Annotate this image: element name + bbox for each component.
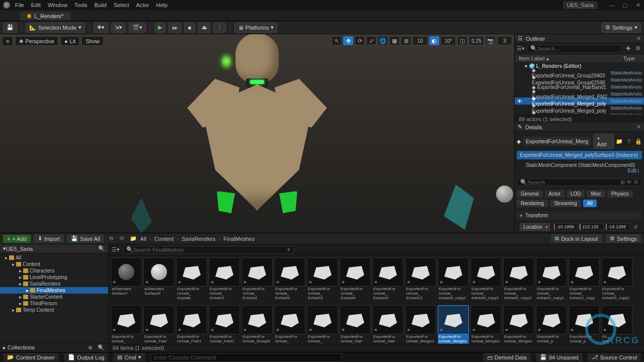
- save-button[interactable]: 💾: [3, 23, 17, 33]
- asset-tile[interactable]: ★ExportedForUnreal_Extract2: [242, 257, 273, 304]
- reset-icon[interactable]: ↺: [631, 223, 639, 231]
- details-search[interactable]: 🔍 Search ⊞ 👁 ⚙: [517, 178, 642, 186]
- crumb[interactable]: SariaRenders: [182, 236, 215, 242]
- settings-dropdown[interactable]: ⚙ Settings ▾: [602, 23, 641, 33]
- source-panel-header[interactable]: ▾ UE5_Saria🔍: [0, 244, 108, 253]
- transform-section[interactable]: Transform: [517, 211, 642, 220]
- asset-tile[interactable]: ★ExportedForUnreal_Extract3: [307, 257, 338, 304]
- details-tab[interactable]: ✎ Details ✕: [515, 123, 644, 132]
- unsaved-button[interactable]: 💾 84 Unsaved: [536, 353, 583, 361]
- scale-tool-icon[interactable]: ⤢: [366, 36, 376, 45]
- asset-tile[interactable]: ★ExportedForUnreal_Feet1: [176, 305, 207, 344]
- cb-filter-icon[interactable]: ☰▾: [112, 246, 120, 254]
- viewport-lit[interactable]: ● Lit: [60, 36, 79, 46]
- details-filter-tab[interactable]: Streaming: [550, 200, 581, 207]
- location-dropdown[interactable]: Location: [520, 223, 550, 231]
- skip-button[interactable]: ⏭: [169, 23, 181, 33]
- asset-tile[interactable]: ★ExUnr: [601, 305, 632, 344]
- asset-tile[interactable]: ★ExportedForUnreal_extract1_copy1: [536, 257, 567, 304]
- crumb-all[interactable]: All: [140, 236, 146, 242]
- folder-row[interactable]: ▸ Characters: [0, 267, 108, 274]
- level-viewport[interactable]: ≡ ◈ Perspective ● Lit Show ↖ ✥ ⟳ ⤢ 🌐 ▦ ⊞…: [0, 34, 514, 233]
- folder-row[interactable]: ▸ FinalMeshes: [0, 287, 108, 294]
- viewport-perspective[interactable]: ◈ Perspective: [15, 36, 58, 46]
- asset-tile[interactable]: ★ExportedForUnreal_Group6: [242, 305, 273, 344]
- folder-row[interactable]: ▸ StarterContent: [0, 294, 108, 300]
- details-filter-tab[interactable]: Rendering: [517, 200, 548, 207]
- menu-tools[interactable]: Tools: [74, 2, 88, 8]
- dock-button[interactable]: ⧉ Dock in Layout: [551, 234, 602, 243]
- level-tab[interactable]: L_Renders*: [20, 12, 70, 21]
- scale-snap-value[interactable]: 0.25: [469, 36, 484, 45]
- content-drawer-button[interactable]: 📂 Content Drawer: [3, 353, 59, 361]
- help-icon[interactable]: ?: [625, 137, 632, 145]
- asset-tile[interactable]: ★ExportedForUnreal_Extract4: [372, 257, 404, 304]
- asset-tile[interactable]: ★ExportedForUnreal_extract2_copy1: [601, 257, 632, 304]
- collections-toggle[interactable]: ▸ Collections: [3, 344, 35, 351]
- add-component-button[interactable]: + Add: [593, 134, 613, 149]
- source-control-button[interactable]: ⎇ Source Control: [588, 353, 641, 361]
- asset-tile[interactable]: ★ExportedForUnreal_extract0_copy2: [470, 257, 502, 304]
- outliner-search[interactable]: 🔍 Search...: [527, 45, 622, 53]
- asset-tile[interactable]: ★ExportedForUnreal_Feet1: [209, 305, 240, 344]
- asset-tile[interactable]: ★ExportedForUnreal_pCube28: [536, 305, 567, 344]
- details-filter-tab[interactable]: General: [517, 190, 543, 198]
- asset-tile[interactable]: ★ExportedForUnreal_extract1_copy: [569, 257, 600, 304]
- asset-tile[interactable]: ★aiStandardSurface8: [143, 257, 175, 304]
- location-y[interactable]: 212.132: [580, 223, 603, 230]
- details-filter-tab[interactable]: All: [583, 200, 597, 207]
- asset-tile[interactable]: ★ExportedForUnreal_Merged_PM3D_: [405, 305, 436, 344]
- eject-button[interactable]: ⏏: [198, 23, 210, 33]
- editor-mode-dropdown[interactable]: 📐 Selection Mode ▾: [26, 23, 85, 33]
- rotate-tool-icon[interactable]: ⟳: [355, 36, 365, 45]
- actor-name-field[interactable]: ExportedForUnreal_Merg: [523, 137, 591, 146]
- crumb[interactable]: FinalMeshes: [223, 236, 255, 242]
- angle-snap-value[interactable]: 10°: [441, 36, 456, 45]
- filter-icon[interactable]: ☰▾: [517, 45, 525, 53]
- folder-row[interactable]: ▸ Temp Content: [0, 307, 108, 313]
- lock-icon[interactable]: 🔒: [634, 137, 642, 145]
- camera-speed-icon[interactable]: 📷: [486, 36, 496, 45]
- cinematics-button[interactable]: 🎬▾: [129, 23, 146, 33]
- history-back-icon[interactable]: ⟲: [107, 235, 115, 243]
- outliner-tab[interactable]: ☰ Outliner ✕: [515, 34, 644, 43]
- add-content-button[interactable]: ✚▾: [94, 23, 108, 33]
- marketplace-button[interactable]: ⇲▾: [111, 23, 126, 33]
- translate-tool-icon[interactable]: ✥: [343, 36, 353, 45]
- close-button[interactable]: ✕: [635, 2, 641, 9]
- asset-tile[interactable]: ★ExportedForUnreal_Extract1: [209, 257, 240, 304]
- select-tool-icon[interactable]: ↖: [332, 36, 342, 45]
- details-filter-tab[interactable]: LOD: [567, 190, 585, 198]
- close-icon[interactable]: ✕: [636, 35, 641, 42]
- asset-tile[interactable]: ★ExportedForUnreal_Hair: [340, 305, 371, 344]
- stop-button[interactable]: ■: [184, 23, 195, 33]
- asset-tile[interactable]: ★ExportedForUnreal_Feet: [143, 305, 175, 344]
- column-type[interactable]: Type: [623, 55, 640, 61]
- asset-tile[interactable]: ★ExportedForUnreal_crystals: [176, 257, 207, 304]
- console-input[interactable]: Enter Console Command: [150, 353, 342, 362]
- menu-help[interactable]: Help: [156, 2, 168, 8]
- component-root[interactable]: ExportedForUnreal_Merged_polySurface3 (I…: [517, 151, 642, 159]
- column-item[interactable]: Item Label: [519, 55, 544, 61]
- asset-tile[interactable]: ★ExportedForUnreal_extract2_copy: [111, 305, 142, 344]
- scale-snap-icon[interactable]: ◫: [457, 36, 467, 45]
- surface-snap-icon[interactable]: ▦: [389, 36, 399, 45]
- cb-add-button[interactable]: + + Add: [3, 235, 31, 243]
- asset-tile[interactable]: ★ExportedForUnreal_extract0_copy1: [438, 257, 469, 304]
- derived-data-button[interactable]: 🗃 Derived Data: [483, 353, 531, 361]
- folder-row[interactable]: ▸ LevelPrototyping: [0, 274, 108, 281]
- grid-snap-icon[interactable]: ⊞: [401, 36, 411, 45]
- asset-tile[interactable]: ★ExportedForUnreal_Group29403: [274, 305, 305, 344]
- folder-row[interactable]: ▸ SariaRenders: [0, 281, 108, 287]
- asset-tile[interactable]: ★aiStandardSurface7: [111, 257, 142, 304]
- asset-tile[interactable]: ★ExportedForUnreal_Merged_polySurface14: [503, 305, 534, 344]
- menu-file[interactable]: File: [15, 2, 24, 8]
- outliner-row[interactable]: ◆ ExportedForUnreal_Group62590StaticMesh…: [515, 76, 644, 83]
- asset-tile[interactable]: ★ExportedForUnreal_Merged_polySurface11: [470, 305, 502, 344]
- folder-row[interactable]: ▸ Content: [0, 261, 108, 267]
- asset-tile[interactable]: ★ExportedForUnreal_p: [569, 305, 600, 344]
- history-fwd-icon[interactable]: ⟳: [118, 235, 126, 243]
- cb-search-input[interactable]: 🔍 Search FinalMeshes▾: [123, 246, 294, 254]
- viewport-show[interactable]: Show: [82, 36, 104, 46]
- camera-speed-value[interactable]: 3: [497, 36, 512, 45]
